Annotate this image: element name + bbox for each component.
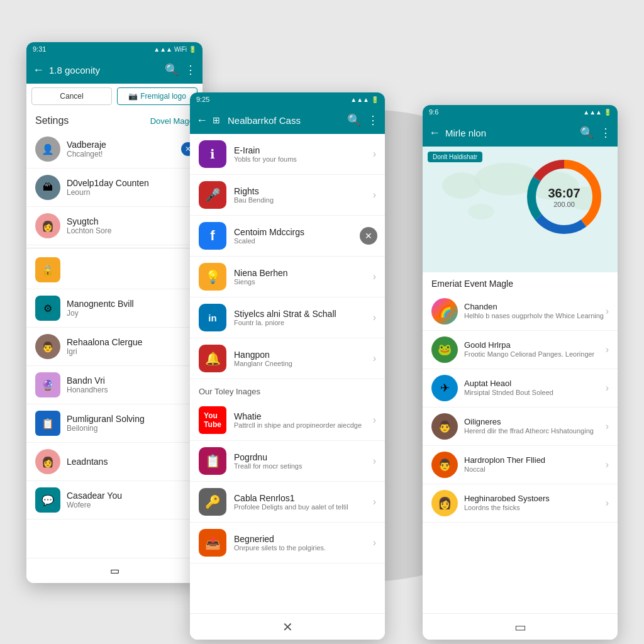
settings-item-0[interactable]: 👤 Vadberaje Chcalnget! ✕: [26, 130, 203, 169]
svg-point-4: [468, 204, 494, 219]
settings-item-8[interactable]: 👩 Leadntans ›: [26, 443, 203, 481]
fremigal-button[interactable]: 📷 Fremigal logo: [117, 87, 197, 105]
dovel-mage-link[interactable]: Dovel Mage: [150, 116, 194, 126]
app-icon-2: f: [199, 222, 226, 250]
settings-item-3[interactable]: 🔒 ›: [26, 251, 203, 289]
item-info-5: Rehaalona Clergue Igri: [67, 337, 191, 356]
tool-icon-1: 📋: [199, 447, 226, 475]
item-info-8: Leadntans: [67, 457, 191, 467]
tool-info-2: Cabla Renrlos1 Profolee Deligts and buy …: [234, 493, 373, 511]
event-info-4: Hardroplon Ther Fllied Noccal: [464, 455, 606, 474]
app-item-3[interactable]: 💡 Niena Berhen Siengs ›: [190, 257, 385, 297]
tool-chevron-1: ›: [373, 455, 376, 467]
stats-chart-area: Donlt Haldishatr 36:07 200.00: [423, 147, 618, 272]
bottom-bar-right: ▭: [423, 613, 618, 640]
top-bar-left: ← 1.8 goconity 🔍 ⋮: [26, 56, 203, 84]
avatar-5: 👨: [35, 334, 60, 359]
event-item-5[interactable]: 👩 Heghinarobed Systoers Loordns the fsic…: [423, 484, 618, 523]
event-section-title: Emeriat Event Magle: [423, 272, 618, 292]
event-item-0[interactable]: 🌈 Chanden Helhlo b nases ougprholv the W…: [423, 292, 618, 331]
avatar-3: 🔒: [35, 257, 60, 282]
search-icon-left[interactable]: 🔍: [165, 63, 179, 77]
status-bar-right: 9:6 ▲▲▲ 🔋: [423, 105, 618, 119]
more-icon-right[interactable]: ⋮: [600, 126, 611, 140]
tool-icon-0: YouTube: [199, 406, 226, 434]
tool-icon-2: 🔑: [199, 488, 226, 516]
tool-chevron-2: ›: [373, 496, 376, 508]
tool-item-3[interactable]: 📤 Begneried Onrpure silets to the polgir…: [190, 523, 385, 564]
event-item-4[interactable]: 👨 Hardroplon Ther Fllied Noccal ›: [423, 446, 618, 484]
battery-icon: 🔋: [189, 46, 196, 53]
item-info-1: D0velp1day Counten Leourn: [67, 178, 191, 197]
settings-item-9[interactable]: 💬 Casadear You Wofere ›: [26, 481, 203, 519]
top-bar-right: ← Mirle nlon 🔍 ⋮: [423, 119, 618, 147]
tool-info-1: Pogrdnu Treall for mocr setings: [234, 452, 373, 470]
right-phone-title: Mirle nlon: [445, 128, 575, 138]
tools-list: YouTube Whatie Pattrcll in shipe and pro…: [190, 400, 385, 564]
tool-info-0: Whatie Pattrcll in shipe and propineorde…: [234, 411, 373, 429]
event-item-1[interactable]: 🐸 Goold Hrlrpa Frootic Mango Celiorad Pa…: [423, 331, 618, 369]
camera-icon: 📷: [128, 92, 138, 101]
status-icons-middle: ▲▲▲ 🔋: [350, 96, 379, 103]
app-item-5[interactable]: 🔔 Hangpon Manglanr Cneeting ›: [190, 338, 385, 379]
tool-item-1[interactable]: 📋 Pogrdnu Treall for mocr setings ›: [190, 441, 385, 482]
event-info-1: Goold Hrlrpa Frootic Mango Celiorad Pang…: [464, 340, 606, 358]
settings-item-6[interactable]: 🔮 Bandn Vri Honandhers ›: [26, 366, 203, 404]
app-chevron-5: ›: [373, 353, 376, 364]
settings-list: 👤 Vadberaje Chcalnget! ✕ 🏔 D0velp1day Co…: [26, 130, 203, 519]
app-info-2: Centoim Mdccirgs Scaled: [234, 227, 376, 245]
back-button-left[interactable]: ←: [33, 64, 44, 77]
event-avatar-3: 👨: [431, 413, 458, 440]
event-chevron-2: ›: [606, 382, 609, 394]
avatar-1: 🏔: [35, 175, 60, 200]
more-icon-middle[interactable]: ⋮: [367, 113, 379, 127]
event-chevron-3: ›: [606, 421, 609, 432]
item-info-7: Pumliguranl Solving Beiloning: [67, 414, 191, 433]
middle-phone-title: Nealbarrkof Cass: [228, 115, 342, 126]
status-time-right: 9:6: [429, 108, 438, 116]
screens-container: 9:31 ▲▲▲ WiFi 🔋 ← 1.8 goconity 🔍 ⋮ Cance…: [14, 23, 630, 621]
event-chevron-0: ›: [606, 306, 609, 317]
status-icons-right: ▲▲▲ 🔋: [583, 109, 611, 116]
tool-chevron-3: ›: [373, 537, 376, 548]
phone-right: 9:6 ▲▲▲ 🔋 ← Mirle nlon 🔍 ⋮ D: [423, 105, 618, 640]
tool-item-2[interactable]: 🔑 Cabla Renrlos1 Profolee Deligts and bu…: [190, 482, 385, 523]
back-button-middle[interactable]: ←: [196, 114, 208, 127]
more-icon-left[interactable]: ⋮: [185, 63, 196, 77]
app-chevron-1: ›: [373, 189, 376, 201]
app-item-1[interactable]: 🎤 Rights Bau Bending ›: [190, 175, 385, 216]
events-list: 🌈 Chanden Helhlo b nases ougprholv the W…: [423, 292, 618, 523]
cancel-button[interactable]: Cancel: [31, 87, 112, 105]
tool-item-0[interactable]: YouTube Whatie Pattrcll in shipe and pro…: [190, 400, 385, 441]
search-icon-middle[interactable]: 🔍: [347, 113, 361, 127]
app-chevron-4: ›: [373, 312, 376, 323]
app-item-2[interactable]: f Centoim Mdccirgs Scaled ✕: [190, 216, 385, 257]
event-info-3: Oiligneres Hererd dlir the ffrad Atheorc…: [464, 417, 606, 435]
search-icon-right[interactable]: 🔍: [580, 126, 594, 140]
home-indicator-middle: ✕: [282, 619, 293, 635]
top-icons-right: 🔍 ⋮: [580, 126, 611, 140]
event-avatar-1: 🐸: [431, 336, 458, 363]
event-item-2[interactable]: ✈ Auptat Heaol Mirsiptal Stnded Bout Sol…: [423, 369, 618, 408]
app-item-0[interactable]: ℹ E-Irain Yobls for your foums ›: [190, 134, 385, 175]
item-info-9: Casadear You Wofere: [67, 491, 191, 509]
settings-item-5[interactable]: 👨 Rehaalona Clergue Igri ›: [26, 328, 203, 366]
status-icons-left: ▲▲▲ WiFi 🔋: [153, 46, 196, 53]
settings-item-7[interactable]: 📋 Pumliguranl Solving Beiloning ›: [26, 404, 203, 443]
close-circle-2[interactable]: ✕: [360, 227, 377, 245]
left-phone-title: 1.8 goconity: [49, 65, 160, 75]
settings-item-4[interactable]: ⚙ Manognentc Bvill Joy ›: [26, 289, 203, 328]
settings-item-1[interactable]: 🏔 D0velp1day Counten Leourn ›: [26, 169, 203, 207]
event-item-3[interactable]: 👨 Oiligneres Hererd dlir the ffrad Atheo…: [423, 408, 618, 446]
app-icon-4: in: [199, 304, 226, 331]
donut-chart: 36:07 200.00: [523, 156, 605, 238]
settings-item-2[interactable]: 👩 Syugtch Lochton Sore ›: [26, 207, 203, 245]
tool-icon-3: 📤: [199, 529, 226, 557]
donut-center: 36:07 200.00: [548, 186, 580, 208]
home-indicator-left: ▭: [110, 565, 119, 577]
app-item-4[interactable]: in Stiyelcs alni Strat & Schall Fountr l…: [190, 297, 385, 338]
back-button-right[interactable]: ←: [429, 126, 440, 140]
app-info-5: Hangpon Manglanr Cneeting: [234, 350, 373, 367]
app-info-4: Stiyelcs alni Strat & Schall Fountr la. …: [234, 309, 373, 326]
event-avatar-5: 👩: [431, 490, 458, 516]
